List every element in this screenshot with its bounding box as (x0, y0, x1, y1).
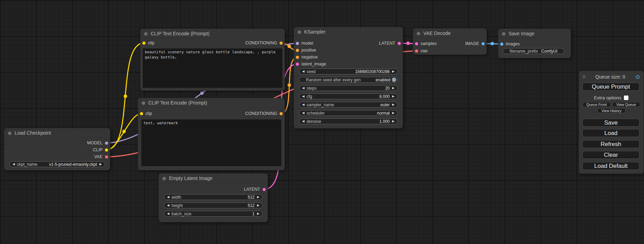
output-dot-clip[interactable] (105, 148, 108, 152)
output-slot-vae[interactable]: VAE (94, 154, 108, 160)
prev-value-arrow-icon[interactable]: ◀ (301, 102, 306, 107)
node-empty-latent-image[interactable]: Empty Latent Image LATENT ◀ width 512 ▶ … (159, 173, 268, 222)
node-collapse-dot[interactable] (142, 101, 145, 105)
widget-seed[interactable]: ◀ seed 156680208700286 ▶ (299, 69, 398, 74)
widget-batch-size[interactable]: ◀ batch_size 1 ▶ (164, 211, 263, 217)
input-slot-clip[interactable]: clip (142, 40, 155, 46)
input-dot-samples[interactable] (415, 42, 418, 45)
input-slot-negative[interactable]: negative (296, 54, 318, 60)
next-value-arrow-icon[interactable]: ▶ (391, 110, 396, 116)
input-dot-positive[interactable] (296, 49, 299, 52)
output-dot-conditioning[interactable] (280, 112, 283, 115)
input-slot-samples[interactable]: samples (415, 40, 437, 47)
input-slot-latent-image[interactable]: latent_image (296, 61, 326, 67)
widget-steps[interactable]: ◀ steps 20 ▶ (299, 85, 398, 91)
node-title-bar[interactable]: Load Checkpoint (4, 128, 110, 138)
output-dot-image[interactable] (482, 42, 485, 45)
node-collapse-dot[interactable] (8, 132, 11, 135)
widget-random-seed-toggle[interactable]: Random seed after every gen enabled (299, 77, 398, 83)
output-slot-latent[interactable]: LATENT (244, 186, 266, 192)
input-dot-clip[interactable] (140, 112, 143, 115)
prev-value-arrow-icon[interactable]: ◀ (301, 94, 306, 99)
node-collapse-dot[interactable] (502, 32, 505, 36)
queue-front-button[interactable]: Queue Front (582, 102, 611, 107)
prev-value-arrow-icon[interactable]: ◀ (166, 203, 170, 208)
node-title-bar[interactable]: VAE Decode (413, 28, 487, 38)
node-clip-text-encode-negative[interactable]: CLIP Text Encode (Prompt) clip CONDITION… (138, 98, 285, 170)
node-collapse-dot[interactable] (144, 32, 148, 36)
input-dot-clip[interactable] (142, 42, 145, 45)
input-dot-images[interactable] (500, 43, 503, 46)
extra-options-checkbox[interactable] (624, 96, 628, 100)
clear-button[interactable]: Clear (582, 151, 639, 159)
input-dot-vae[interactable] (415, 49, 418, 53)
refresh-button[interactable]: Refresh (582, 140, 639, 148)
widget-ckpt-name[interactable]: ◀ ckpt_name v1-5-pruned-emaonly.ckpt ▶ (9, 161, 105, 167)
widget-height[interactable]: ◀ height 512 ▶ (164, 202, 263, 208)
output-dot-latent[interactable] (398, 42, 401, 45)
input-dot-latent-image[interactable] (296, 63, 299, 66)
node-title-bar[interactable]: KSampler (294, 27, 403, 37)
output-slot-model[interactable]: MODEL (87, 140, 108, 146)
input-slot-clip[interactable]: clip (140, 110, 152, 117)
load-default-button[interactable]: Load Default (582, 162, 639, 170)
next-value-arrow-icon[interactable]: ▶ (391, 85, 396, 91)
prev-value-arrow-icon[interactable]: ◀ (301, 85, 306, 91)
output-slot-image[interactable]: IMAGE (465, 40, 485, 47)
prompt-textarea[interactable]: text, watermark (141, 119, 281, 166)
node-vae-decode[interactable]: VAE Decode samples vae IMAGE (413, 28, 487, 55)
load-button[interactable]: Load (582, 129, 639, 137)
widget-filename-prefix[interactable]: filename_prefix ComfyUI (503, 48, 564, 54)
view-queue-button[interactable]: View Queue (612, 102, 640, 107)
next-value-arrow-icon[interactable]: ▶ (391, 69, 396, 74)
prev-value-arrow-icon[interactable]: ◀ (11, 162, 16, 167)
queue-prompt-button[interactable]: Queue Prompt (582, 83, 639, 91)
next-value-arrow-icon[interactable]: ▶ (256, 203, 261, 208)
next-value-arrow-icon[interactable]: ▶ (98, 162, 103, 167)
node-clip-text-encode-positive[interactable]: CLIP Text Encode (Prompt) clip CONDITION… (140, 29, 285, 91)
input-slot-images[interactable]: images (500, 41, 520, 47)
input-slot-model[interactable]: model (296, 40, 313, 46)
widget-width[interactable]: ◀ width 512 ▶ (164, 194, 263, 200)
node-load-checkpoint[interactable]: Load Checkpoint MODEL CLIP VAE ◀ ckpt_na… (4, 128, 110, 170)
widget-denoise[interactable]: ◀ denoise 1.000 ▶ (299, 118, 398, 124)
node-title-bar[interactable]: Empty Latent Image (159, 173, 268, 183)
input-slot-positive[interactable]: positive (296, 47, 316, 53)
output-slot-latent[interactable]: LATENT (379, 40, 401, 46)
next-value-arrow-icon[interactable]: ▶ (256, 211, 261, 216)
prev-value-arrow-icon[interactable]: ◀ (301, 69, 306, 74)
view-history-button[interactable]: View History (597, 108, 626, 113)
drag-handle-icon[interactable]: ⠿ (582, 74, 585, 80)
next-value-arrow-icon[interactable]: ▶ (391, 102, 396, 107)
output-dot-vae[interactable] (105, 155, 108, 159)
node-title-bar[interactable]: CLIP Text Encode (Prompt) (138, 98, 285, 108)
node-collapse-dot[interactable] (298, 30, 301, 34)
prev-value-arrow-icon[interactable]: ◀ (301, 110, 306, 116)
node-title-bar[interactable]: Save Image (498, 29, 571, 38)
widget-cfg[interactable]: ◀ cfg 8.000 ▶ (299, 93, 398, 99)
input-dot-model[interactable] (296, 42, 299, 45)
save-button[interactable]: Save (582, 119, 639, 127)
toggle-knob[interactable] (392, 78, 396, 82)
output-dot-conditioning[interactable] (280, 42, 283, 45)
node-collapse-dot[interactable] (162, 177, 166, 180)
input-dot-negative[interactable] (296, 56, 299, 59)
prev-value-arrow-icon[interactable]: ◀ (166, 211, 170, 216)
output-dot-model[interactable] (105, 142, 108, 145)
node-ksampler[interactable]: KSampler model positive negative latent_… (294, 27, 403, 128)
widget-sampler-name[interactable]: ◀ sampler_name euler ▶ (299, 102, 398, 108)
input-slot-vae[interactable]: vae (415, 48, 427, 54)
output-dot-latent[interactable] (263, 188, 266, 191)
prev-value-arrow-icon[interactable]: ◀ (166, 195, 170, 200)
next-value-arrow-icon[interactable]: ▶ (391, 119, 396, 124)
output-slot-conditioning[interactable]: CONDITIONING (245, 40, 283, 46)
widget-scheduler[interactable]: ◀ scheduler normal ▶ (299, 110, 398, 116)
prev-value-arrow-icon[interactable]: ◀ (301, 119, 306, 124)
next-value-arrow-icon[interactable]: ▶ (391, 94, 396, 99)
next-value-arrow-icon[interactable]: ▶ (256, 195, 261, 200)
comfyui-canvas[interactable]: { "colors": { "model": "#B39DDB", "clip"… (0, 0, 644, 244)
node-title-bar[interactable]: CLIP Text Encode (Prompt) (140, 29, 285, 38)
settings-gear-icon[interactable]: ⚙ (635, 74, 640, 80)
output-slot-conditioning[interactable]: CONDITIONING (245, 110, 283, 117)
node-collapse-dot[interactable] (417, 32, 420, 35)
